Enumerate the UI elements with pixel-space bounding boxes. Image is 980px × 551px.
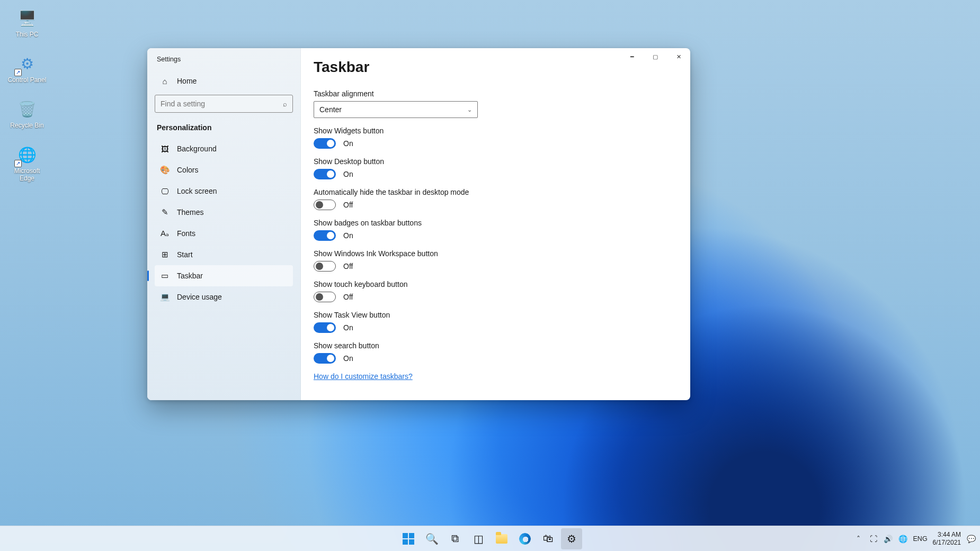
taskbar: 🔍⧉◫🛍⚙ ˄ ⛶ 🔊 🌐 ENG 3:44 AM 6/17/2021 💬 [0, 526, 980, 551]
tray-ime[interactable]: ENG [913, 535, 928, 543]
nav-colors[interactable]: 🎨Colors [155, 159, 293, 180]
home-icon: ⌂ [160, 77, 170, 86]
tray-overflow-button[interactable]: ˄ [854, 535, 863, 543]
settings-scroll-area[interactable]: Taskbar alignment Center ⌄ Show Widgets … [314, 89, 678, 386]
toggle-state: Off [343, 293, 353, 301]
toggle-touchkb[interactable] [314, 292, 336, 302]
task-view-button[interactable]: ⧉ [444, 528, 466, 549]
nav-fonts[interactable]: A͏ₐFonts [155, 223, 293, 244]
settings-sidebar: Settings ⌂ Home ⌕ Personalization 🖼Backg… [147, 48, 301, 400]
setting-taskview: Show Task View buttonOn [314, 311, 666, 333]
tray-icon-1[interactable]: 🔊 [884, 535, 893, 543]
nav-label: Fonts [177, 229, 195, 238]
settings-window: Settings ⌂ Home ⌕ Personalization 🖼Backg… [147, 48, 690, 400]
help-link[interactable]: How do I customize taskbars? [314, 372, 666, 381]
file-explorer-button[interactable] [491, 528, 512, 549]
setting-label: Show Widgets button [314, 127, 666, 135]
setting-label: Show Windows Ink Workspace button [314, 249, 666, 258]
nav-start[interactable]: ⊞Start [155, 244, 293, 265]
maximize-button[interactable]: ▢ [644, 48, 667, 65]
taskbar-icon: ▭ [160, 271, 170, 281]
toggle-widgets[interactable] [314, 138, 336, 149]
nav-label: Themes [177, 208, 204, 216]
setting-badges: Show badges on taskbar buttonsOn [314, 219, 666, 241]
nav-home-label: Home [177, 77, 197, 85]
nav-label: Device usage [177, 293, 222, 301]
desktop-icons-area: 🖥️This PC⚙↗Control Panel🗑️Recycle Bin🌐↗M… [3, 4, 51, 186]
desktop-icon-this-pc[interactable]: 🖥️This PC [3, 4, 51, 50]
toggle-state: On [343, 231, 353, 240]
nav-device-usage[interactable]: 💻Device usage [155, 286, 293, 308]
chevron-down-icon: ⌄ [467, 106, 472, 113]
toggle-autohide[interactable] [314, 200, 336, 210]
toggle-search[interactable] [314, 353, 336, 364]
minimize-button[interactable]: ━ [620, 48, 644, 65]
setting-desktop: Show Desktop buttonOn [314, 157, 666, 179]
taskbar-center-apps: 🔍⧉◫🛍⚙ [398, 528, 582, 549]
store-button[interactable]: 🛍 [538, 528, 559, 549]
nav-label: Lock screen [177, 187, 217, 195]
setting-label: Show search button [314, 341, 666, 350]
alignment-select[interactable]: Center ⌄ [314, 101, 478, 118]
tray-clock[interactable]: 3:44 AM 6/17/2021 [933, 531, 961, 547]
search-button[interactable]: 🔍 [421, 528, 442, 549]
toggle-state: Off [343, 262, 353, 270]
setting-search: Show search buttonOn [314, 341, 666, 364]
nav-lock-screen[interactable]: 🖵Lock screen [155, 180, 293, 202]
setting-label: Show Task View button [314, 311, 666, 319]
nav-themes[interactable]: ✎Themes [155, 202, 293, 223]
colors-icon: 🎨 [160, 165, 170, 175]
settings-button[interactable]: ⚙ [561, 528, 582, 549]
toggle-badges[interactable] [314, 230, 336, 241]
close-button[interactable]: ✕ [667, 48, 690, 65]
nav-label: Taskbar [177, 272, 203, 280]
setting-autohide: Automatically hide the taskbar in deskto… [314, 188, 666, 210]
search-field[interactable] [161, 100, 283, 108]
setting-label: Show touch keyboard button [314, 280, 666, 288]
desktop-icon-edge[interactable]: 🌐↗Microsoft Edge [3, 141, 51, 186]
setting-label: Automatically hide the taskbar in deskto… [314, 188, 666, 196]
toggle-state: On [343, 354, 353, 363]
toggle-state: Off [343, 201, 353, 209]
setting-widgets: Show Widgets buttonOn [314, 127, 666, 149]
settings-content: ━ ▢ ✕ Taskbar Taskbar alignment Center ⌄… [301, 48, 690, 400]
taskbar-system-tray: ˄ ⛶ 🔊 🌐 ENG 3:44 AM 6/17/2021 💬 [854, 526, 976, 551]
toggle-taskview[interactable] [314, 322, 336, 333]
search-icon: ⌕ [283, 100, 287, 108]
setting-taskbar-alignment: Taskbar alignment Center ⌄ [314, 89, 666, 118]
background-icon: 🖼 [160, 144, 170, 153]
themes-icon: ✎ [160, 207, 170, 217]
start-button[interactable] [398, 528, 419, 549]
nav-label: Colors [177, 166, 198, 174]
fonts-icon: A͏ₐ [160, 229, 170, 238]
edge-button[interactable] [514, 528, 536, 549]
toggle-state: On [343, 139, 353, 148]
setting-ink: Show Windows Ink Workspace buttonOff [314, 249, 666, 272]
tray-icon-2[interactable]: 🌐 [898, 535, 908, 543]
tray-date: 6/17/2021 [933, 539, 961, 547]
setting-label: Show badges on taskbar buttons [314, 219, 666, 227]
nav-taskbar[interactable]: ▭Taskbar [155, 265, 293, 286]
alignment-value: Center [319, 105, 342, 114]
desktop-icon-recycle-bin[interactable]: 🗑️Recycle Bin [3, 95, 51, 141]
alignment-label: Taskbar alignment [314, 89, 666, 98]
window-title: Settings [155, 55, 293, 70]
nav-background[interactable]: 🖼Background [155, 138, 293, 159]
nav-label: Start [177, 250, 193, 259]
tray-time: 3:44 AM [933, 531, 961, 539]
nav-home[interactable]: ⌂ Home [155, 70, 293, 92]
nav-section-header: Personalization [155, 120, 293, 138]
nav-label: Background [177, 144, 217, 153]
setting-touchkb: Show touch keyboard buttonOff [314, 280, 666, 302]
toggle-ink[interactable] [314, 261, 336, 272]
toggle-state: On [343, 170, 353, 178]
widgets-button[interactable]: ◫ [468, 528, 489, 549]
desktop-icon-control-panel[interactable]: ⚙↗Control Panel [3, 50, 51, 95]
tray-icon-0[interactable]: ⛶ [869, 535, 878, 543]
action-center-button[interactable]: 💬 [966, 535, 976, 543]
search-input[interactable]: ⌕ [155, 95, 293, 113]
setting-label: Show Desktop button [314, 157, 666, 166]
toggle-desktop[interactable] [314, 169, 336, 179]
start-icon: ⊞ [160, 250, 170, 259]
toggle-state: On [343, 323, 353, 332]
